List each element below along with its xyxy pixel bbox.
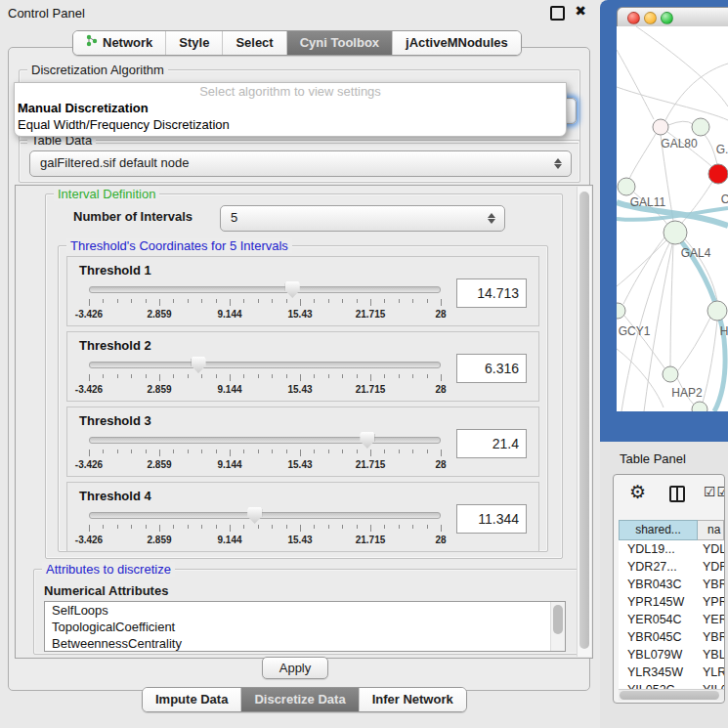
- threshold-slider[interactable]: -3.4262.8599.14415.4321.71528: [89, 362, 441, 368]
- cell-shared-name[interactable]: YLR345W: [619, 664, 696, 681]
- threshold-label: Threshold 1: [79, 263, 151, 278]
- column-header-shared-name[interactable]: shared...: [619, 520, 698, 540]
- minimize-traffic-light[interactable]: [644, 12, 657, 24]
- table-row[interactable]: YLR345WYLR3: [619, 664, 724, 681]
- attributes-scrollbar[interactable]: [550, 602, 565, 651]
- graph-node-gal4[interactable]: [664, 221, 687, 244]
- close-traffic-light[interactable]: [627, 12, 640, 24]
- tab-select[interactable]: Select: [222, 31, 285, 55]
- table-row[interactable]: YDL19...YDL1: [619, 540, 724, 558]
- cell-shared-name[interactable]: YPR145W: [619, 593, 696, 611]
- slider-track[interactable]: [89, 362, 441, 368]
- gear-icon[interactable]: ⚙︎: [629, 483, 646, 501]
- cell-name[interactable]: YBR0: [696, 576, 724, 593]
- table-panel-window: ⚙︎ ☑☑ shared... na YDL19...YDL1YDR27...Y…: [613, 474, 725, 704]
- threshold-value-field[interactable]: 11.344: [456, 504, 527, 534]
- slider-thumb[interactable]: [192, 357, 206, 373]
- cell-name[interactable]: YIL0: [696, 681, 724, 689]
- threshold-slider[interactable]: -3.4262.8599.14415.4321.71528: [89, 512, 441, 519]
- threshold-4-panel: Threshold 4 -3.4262.8599.14415.4321.7152…: [66, 482, 539, 552]
- slider-thumb[interactable]: [360, 432, 374, 449]
- table-row[interactable]: YBR045CYBR0: [619, 628, 724, 646]
- network-window-titlebar[interactable]: [617, 7, 728, 28]
- table-row[interactable]: YER054CYER0: [619, 611, 724, 628]
- float-window-icon[interactable]: [550, 6, 565, 21]
- cell-shared-name[interactable]: YIL052C: [619, 681, 696, 689]
- slider-ticks: [89, 450, 441, 458]
- table-row[interactable]: YBL079WYBL0: [619, 646, 724, 664]
- graph-node-h[interactable]: [707, 301, 727, 321]
- threshold-value-field[interactable]: 21.4: [456, 429, 527, 458]
- tab-network[interactable]: Network: [73, 31, 165, 55]
- table-row[interactable]: YDR27...YDR2: [619, 558, 724, 576]
- cell-shared-name[interactable]: YER054C: [619, 611, 696, 628]
- table-body[interactable]: YDL19...YDL1YDR27...YDR2YBR043CYBR0YPR14…: [619, 540, 724, 689]
- tab-jactivemnodules[interactable]: jActiveMNodules: [392, 31, 521, 55]
- threshold-label: Threshold 4: [79, 489, 151, 503]
- slider-track[interactable]: [89, 437, 441, 444]
- graph-node-gal80[interactable]: [653, 119, 668, 135]
- cell-shared-name[interactable]: YBL079W: [619, 646, 696, 664]
- threshold-value-field[interactable]: 6.316: [456, 354, 527, 383]
- graph-node-gcy1[interactable]: [617, 303, 625, 319]
- slider-track[interactable]: [89, 512, 441, 519]
- graph-node-gal11[interactable]: [618, 178, 635, 195]
- tick-mark: [314, 450, 315, 453]
- dropdown-option-equal-width-frequency-discretization[interactable]: Equal Width/Frequency Discretization: [15, 116, 566, 133]
- dropdown-hint-item[interactable]: Select algorithm to view settings: [15, 83, 566, 100]
- graph-node-c[interactable]: [708, 164, 728, 184]
- zoom-traffic-light[interactable]: [661, 12, 673, 24]
- slider-track[interactable]: [89, 286, 441, 293]
- cell-name[interactable]: YLR3: [696, 664, 724, 681]
- scrollbar-thumb[interactable]: [579, 192, 589, 649]
- tab-discretize-data[interactable]: Discretize Data: [240, 688, 358, 711]
- cell-name[interactable]: YER0: [696, 611, 724, 628]
- tick-mark: [146, 374, 147, 378]
- numerical-attributes-list[interactable]: SelfLoopsTopologicalCoefficientBetweenne…: [44, 601, 566, 652]
- tab-infer-network[interactable]: Infer Network: [359, 688, 466, 711]
- cell-name[interactable]: YPR1: [696, 593, 724, 611]
- column-header-name[interactable]: na: [698, 520, 724, 540]
- graph-node-g[interactable]: [692, 118, 709, 136]
- dropdown-option-manual-discretization[interactable]: Manual Discretization: [15, 100, 566, 116]
- tick-mark: [216, 525, 217, 529]
- table-row[interactable]: YPR145WYPR1: [619, 593, 724, 611]
- tick-mark: [272, 450, 273, 453]
- number-of-intervals-combobox[interactable]: 5: [220, 205, 505, 232]
- tick-label: 28: [435, 459, 446, 470]
- attribute-item-selfloops[interactable]: SelfLoops: [45, 602, 565, 619]
- slider-thumb[interactable]: [285, 281, 300, 298]
- table-data-combobox[interactable]: galFiltered.sif default node: [29, 150, 572, 177]
- select-columns-icon[interactable]: ☑☑: [704, 484, 725, 499]
- table-row[interactable]: YBR043CYBR0: [619, 576, 724, 593]
- scrollbar-thumb[interactable]: [620, 691, 719, 700]
- close-icon[interactable]: ✖: [575, 3, 586, 19]
- column-split-icon[interactable]: [669, 486, 685, 502]
- attribute-item-betweennesscentrality[interactable]: BetweennessCentrality: [45, 635, 565, 652]
- cell-name[interactable]: YBR0: [696, 628, 724, 646]
- attribute-item-topologicalcoefficient[interactable]: TopologicalCoefficient: [45, 619, 565, 635]
- cell-shared-name[interactable]: YDL19...: [619, 540, 696, 558]
- graph-node[interactable]: [692, 402, 707, 411]
- slider-thumb[interactable]: [247, 507, 262, 524]
- settings-vertical-scrollbar[interactable]: [577, 187, 591, 657]
- apply-button[interactable]: Apply: [262, 657, 328, 679]
- threshold-slider[interactable]: -3.4262.8599.14415.4321.71528: [89, 286, 441, 293]
- threshold-slider[interactable]: -3.4262.8599.14415.4321.71528: [89, 437, 441, 444]
- cell-name[interactable]: YBL0: [696, 646, 724, 664]
- cell-shared-name[interactable]: YBR043C: [619, 576, 696, 593]
- tab-style[interactable]: Style: [165, 31, 222, 55]
- network-canvas[interactable]: GAL80G.CGAL11GAL4GCY1HHAP2: [617, 26, 728, 411]
- scrollbar-thumb[interactable]: [553, 605, 563, 634]
- graph-node-hap2[interactable]: [663, 366, 678, 382]
- table-horizontal-scrollbar[interactable]: [619, 689, 724, 701]
- table-row[interactable]: YIL052CYIL0: [619, 681, 724, 689]
- cell-shared-name[interactable]: YBR045C: [619, 628, 696, 646]
- cell-name[interactable]: YDR2: [696, 558, 724, 576]
- cell-shared-name[interactable]: YDR27...: [619, 558, 696, 576]
- tab-impute-data[interactable]: Impute Data: [143, 688, 240, 711]
- cell-name[interactable]: YDL1: [696, 540, 724, 558]
- thresholds-group: Threshold's Coordinates for 5 Intervals …: [58, 245, 548, 552]
- threshold-value-field[interactable]: 14.713: [456, 278, 527, 308]
- tab-cyni-toolbox[interactable]: Cyni Toolbox: [286, 31, 392, 55]
